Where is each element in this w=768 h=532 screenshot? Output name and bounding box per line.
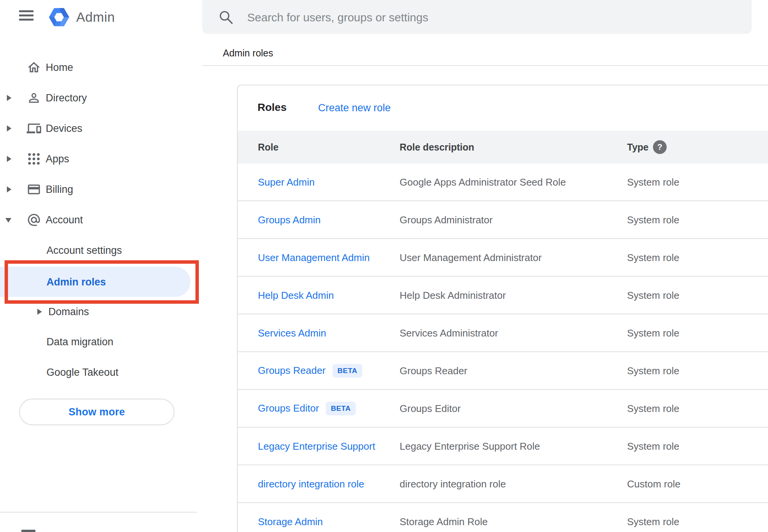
sidebar-item-directory[interactable]: Directory	[0, 83, 197, 113]
role-type: System role	[627, 516, 679, 527]
sidebar-item-label: Account settings	[46, 245, 122, 256]
role-type: System role	[627, 440, 679, 452]
table-row: Groups Reader BETA Groups Reader System …	[238, 352, 768, 390]
create-new-role-link[interactable]: Create new role	[318, 102, 391, 114]
column-header-role-description: Role description	[400, 142, 474, 153]
sidebar-item-label: Apps	[46, 153, 69, 165]
roles-card-title: Roles	[258, 101, 286, 114]
sidebar-item-label: Google Takeout	[46, 367, 118, 378]
role-link[interactable]: Storage Admin	[258, 516, 323, 527]
role-link[interactable]: directory integration role	[258, 478, 364, 490]
role-link[interactable]: Services Admin	[258, 327, 326, 339]
sidebar-item-label: Domains	[48, 306, 89, 318]
hamburger-menu-icon[interactable]	[19, 10, 34, 21]
sidebar-item-label: Billing	[46, 184, 73, 195]
google-admin-logo-icon[interactable]	[48, 6, 70, 28]
expand-arrow-icon[interactable]	[7, 125, 11, 131]
search-icon	[218, 9, 234, 25]
content-divider	[202, 65, 768, 66]
role-description: Groups Administrator	[400, 214, 493, 226]
sidebar-bottom-divider	[0, 512, 197, 513]
sidebar-item-data-migration[interactable]: Data migration	[0, 327, 197, 357]
search-input[interactable]	[246, 0, 667, 35]
role-description: Storage Admin Role	[400, 516, 488, 527]
table-row: Services Admin Services Administrator Sy…	[238, 314, 768, 352]
show-more-label: Show more	[69, 406, 125, 418]
credit-card-icon	[27, 182, 41, 197]
role-type: System role	[627, 252, 679, 263]
role-type: System role	[627, 214, 679, 226]
table-row: Help Desk Admin Help Desk Administrator …	[238, 277, 768, 314]
role-type: System role	[627, 176, 679, 188]
role-description: Services Administrator	[400, 327, 498, 339]
admin-console-window: Admin Home Directory Devices	[0, 0, 768, 532]
sidebar-item-label: Admin roles	[46, 276, 106, 288]
role-link[interactable]: User Management Admin	[258, 252, 370, 263]
sidebar-item-label: Directory	[46, 92, 87, 104]
cutoff-bottom-icon	[21, 530, 35, 532]
sidebar-item-label: Devices	[46, 123, 82, 135]
sidebar-item-google-takeout[interactable]: Google Takeout	[0, 357, 197, 388]
sidebar-item-home[interactable]: Home	[0, 52, 197, 83]
sidebar-item-label: Home	[46, 62, 73, 74]
home-icon	[27, 60, 41, 75]
role-type: System role	[627, 402, 679, 414]
roles-table: Super Admin Google Apps Administrator Se…	[238, 163, 768, 532]
table-row: Groups Editor BETA Groups Editor System …	[238, 390, 768, 428]
table-row: Groups Admin Groups Administrator System…	[238, 201, 768, 239]
person-icon	[27, 91, 41, 105]
role-link[interactable]: Help Desk Admin	[258, 289, 334, 301]
table-header-row: Role Role description Type ?	[238, 131, 768, 163]
role-link[interactable]: Groups Admin	[258, 214, 321, 226]
role-link[interactable]: Groups Reader	[258, 365, 326, 377]
page-title: Admin roles	[223, 48, 273, 59]
column-header-type: Type	[627, 142, 649, 153]
at-sign-icon	[27, 213, 41, 227]
collapse-arrow-icon[interactable]	[5, 218, 11, 223]
role-link[interactable]: Legacy Enterprise Support	[258, 440, 375, 452]
expand-arrow-icon[interactable]	[7, 186, 11, 192]
column-header-role: Role	[258, 142, 278, 153]
app-title: Admin	[76, 10, 115, 25]
sidebar-item-label: Data migration	[46, 336, 114, 348]
role-link[interactable]: Groups Editor	[258, 402, 319, 414]
role-description: Help Desk Administrator	[400, 289, 506, 301]
expand-arrow-icon[interactable]	[7, 156, 11, 162]
role-description: Legacy Enterprise Support Role	[400, 440, 540, 452]
devices-icon	[27, 121, 41, 136]
table-row: Legacy Enterprise Support Legacy Enterpr…	[238, 428, 768, 465]
sidebar-item-apps[interactable]: Apps	[0, 144, 197, 174]
beta-badge: BETA	[333, 364, 362, 378]
beta-badge: BETA	[326, 402, 355, 415]
apps-grid-icon	[27, 152, 41, 166]
sidebar-item-account-settings[interactable]: Account settings	[0, 235, 197, 266]
role-description: Groups Editor	[400, 402, 461, 414]
table-row: Storage Admin Storage Admin Role System …	[238, 503, 768, 532]
table-row: Super Admin Google Apps Administrator Se…	[238, 163, 768, 201]
role-type: Custom role	[627, 478, 680, 490]
expand-arrow-icon[interactable]	[7, 95, 11, 101]
expand-arrow-icon[interactable]	[37, 309, 42, 315]
help-icon[interactable]: ?	[653, 140, 667, 154]
role-description: directory integration role	[400, 478, 506, 490]
roles-card: Roles Create new role Role Role descript…	[237, 85, 768, 532]
role-description: User Management Administrator	[400, 252, 542, 263]
sidebar-item-label: Account	[46, 214, 83, 226]
sidebar-item-admin-roles-selected[interactable]: Admin roles	[0, 267, 190, 297]
table-row: User Management Admin User Management Ad…	[238, 239, 768, 277]
role-description: Groups Reader	[400, 365, 467, 377]
sidebar-item-domains[interactable]: Domains	[0, 296, 197, 327]
role-link[interactable]: Super Admin	[258, 176, 315, 188]
sidebar-item-billing[interactable]: Billing	[0, 174, 197, 205]
role-type: System role	[627, 289, 679, 301]
sidebar-item-account[interactable]: Account	[0, 205, 197, 235]
role-description: Google Apps Administrator Seed Role	[400, 176, 566, 188]
table-row: directory integration role directory int…	[238, 465, 768, 503]
show-more-button[interactable]: Show more	[19, 399, 174, 425]
role-type: System role	[627, 327, 679, 339]
role-type: System role	[627, 365, 679, 377]
sidebar-item-devices[interactable]: Devices	[0, 113, 197, 144]
